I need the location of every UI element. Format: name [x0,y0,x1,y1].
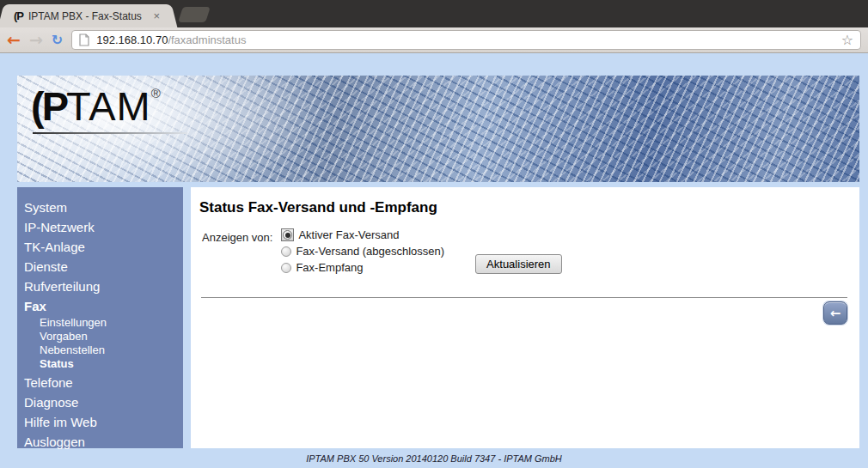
logo-underline [33,132,187,134]
radio-option-fax-versand-abgeschlossen[interactable]: Fax-Versand (abgeschlossen) [281,245,444,258]
browser-tabstrip: (P IPTAM PBX - Fax-Status × [0,0,868,27]
sidebar-item-tk-anlage[interactable]: TK-Anlage [17,237,183,257]
sidebar-item-fax[interactable]: Fax [17,296,183,316]
back-icon[interactable]: ← [7,32,21,48]
sidebar-item-diagnose[interactable]: Diagnose [17,392,183,412]
url-host: 192.168.10.70 [96,33,168,46]
radio-label: Fax-Versand (abgeschlossen) [296,245,444,258]
bookmark-star-icon[interactable]: ☆ [841,32,853,48]
tab-title: IPTAM PBX - Fax-Status [28,10,146,22]
page-title: Status Fax-Versand und -Empfang [199,199,853,216]
reload-icon[interactable]: ↻ [52,33,63,47]
filter-label: Anzeigen von: [202,231,272,244]
registered-mark: ® [151,86,161,100]
sidebar-subitem-vorgaben[interactable]: Vorgaben [17,330,183,343]
sidebar-item-hilfe-im-web[interactable]: Hilfe im Web [17,412,183,432]
sidebar-item-dienste[interactable]: Dienste [17,257,183,277]
fax-filter-form: Anzeigen von: Aktiver Fax-Versand Fax-Ve… [199,228,853,274]
iptam-logo: (PTAM® [31,82,161,130]
favicon-icon: (P [14,9,23,22]
url-bar[interactable]: 192.168.10.70/faxadminstatus ☆ [71,30,861,50]
header-banner: (PTAM® [17,76,859,182]
version-text: IPTAM PBX 50 Version 20140120 Build 7347… [306,453,562,464]
radio-option-fax-empfang[interactable]: Fax-Empfang [281,261,444,274]
radio-unselected-icon[interactable] [281,263,291,273]
forward-icon[interactable]: → [29,32,43,48]
page-body: (PTAM® System IP-Netzwerk TK-Anlage Dien… [0,76,868,468]
sidebar-item-rufverteilung[interactable]: Rufverteilung [17,277,183,296]
browser-tab[interactable]: (P IPTAM PBX - Fax-Status × [7,4,168,27]
back-button[interactable]: ← [823,301,847,325]
aktualisieren-button[interactable]: Aktualisieren [475,254,561,274]
main-row: System IP-Netzwerk TK-Anlage Dienste Ruf… [17,187,859,448]
sidebar-item-system[interactable]: System [17,198,183,217]
radio-selected-icon[interactable] [281,228,294,241]
sidebar-item-telefone[interactable]: Telefone [17,373,183,392]
page-icon [79,33,89,46]
sidebar-subitem-status[interactable]: Status [17,357,183,371]
content-area: Status Fax-Versand und -Empfang Anzeigen… [191,187,859,448]
new-tab-button[interactable] [178,7,211,22]
radio-label: Fax-Empfang [296,261,363,274]
sidebar-item-ip-netzwerk[interactable]: IP-Netzwerk [17,217,183,237]
sidebar-subitem-nebenstellen[interactable]: Nebenstellen [17,343,183,357]
radio-unselected-icon[interactable] [281,246,291,257]
back-arrow-icon: ← [830,306,841,321]
browser-toolbar: ← → ↻ 192.168.10.70/faxadminstatus ☆ [0,27,868,53]
radio-group: Aktiver Fax-Versand Fax-Versand (abgesch… [281,228,444,274]
logo-ip-text: (P [31,83,66,129]
url-text[interactable]: 192.168.10.70/faxadminstatus [96,33,246,46]
radio-option-aktiver-fax-versand[interactable]: Aktiver Fax-Versand [281,228,444,241]
tab-close-icon[interactable]: × [151,9,162,22]
logo-tam-text: TAM [66,83,151,129]
back-row: ← [199,298,853,325]
url-path: /faxadminstatus [168,33,246,46]
radio-label: Aktiver Fax-Versand [298,228,399,241]
sidebar-nav: System IP-Netzwerk TK-Anlage Dienste Ruf… [17,187,183,448]
sidebar-item-ausloggen[interactable]: Ausloggen [17,432,183,452]
fax-submenu: Einstellungen Vorgaben Nebenstellen Stat… [17,316,183,371]
sidebar-subitem-einstellungen[interactable]: Einstellungen [17,316,183,330]
